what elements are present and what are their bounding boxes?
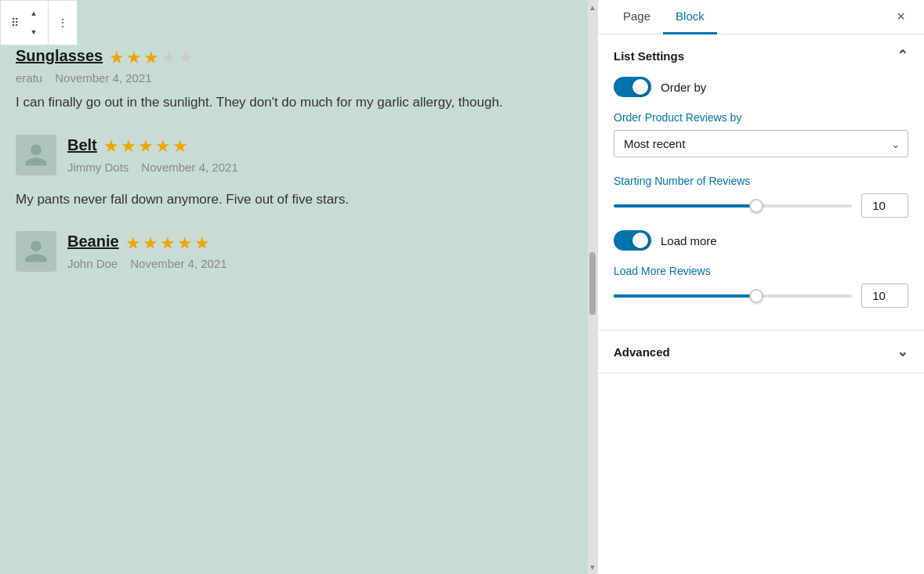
starting-number-input[interactable]: [861, 193, 908, 218]
star-5: ★: [178, 48, 194, 68]
avatar: [16, 231, 56, 272]
review-item: Beanie ★ ★ ★ ★ ★ John Doe November 4, 20…: [16, 231, 582, 272]
star-1: ★: [125, 233, 141, 254]
review-stars: ★ ★ ★ ★ ★: [103, 136, 188, 157]
block-toolbar[interactable]: ⠿ ▲ ▼ ⋮: [0, 0, 78, 45]
chevron-up-icon: ⌃: [897, 47, 908, 64]
toggle-thumb: [632, 233, 648, 248]
star-4: ★: [155, 136, 171, 157]
load-more-row: Load more: [614, 230, 908, 251]
order-by-row: Order by: [614, 77, 908, 97]
load-more-toggle[interactable]: [614, 230, 651, 251]
review-author: eratu: [16, 71, 42, 85]
advanced-header[interactable]: Advanced ⌄: [598, 330, 924, 373]
slider-thumb[interactable]: [749, 199, 763, 213]
starting-number-label: Starting Number of Reviews: [614, 175, 908, 187]
star-4: ★: [177, 233, 193, 254]
review-date: November 4, 2021: [130, 257, 226, 270]
down-arrow-icon[interactable]: ▼: [24, 23, 43, 42]
avatar-icon: [23, 142, 49, 168]
load-more-label: Load more: [661, 234, 717, 247]
move-arrows[interactable]: ▲ ▼: [24, 4, 43, 42]
settings-panel: Page Block × List Settings ⌃ Order by: [597, 0, 924, 574]
load-more-input[interactable]: [861, 283, 908, 308]
scrollbar-thumb[interactable]: [589, 252, 596, 315]
review-product-line: Sunglasses ★ ★ ★ ★ ★: [16, 47, 582, 68]
star-4: ★: [161, 48, 176, 68]
tab-block[interactable]: Block: [663, 0, 717, 34]
review-item: Belt ★ ★ ★ ★ ★ Jimmy Dots November 4, 20…: [16, 135, 582, 210]
order-by-toggle[interactable]: [614, 77, 651, 97]
advanced-section: Advanced ⌄: [598, 330, 924, 374]
slider-thumb[interactable]: [749, 289, 763, 303]
review-body: My pants never fall down anymore. Five o…: [16, 182, 582, 210]
star-2: ★: [126, 48, 142, 68]
review-item: Sunglasses ★ ★ ★ ★ ★ eratu November 4, 2…: [16, 47, 582, 113]
star-3: ★: [160, 233, 176, 254]
scroll-down-arrow[interactable]: ▼: [588, 560, 597, 574]
starting-number-slider-track[interactable]: [614, 204, 852, 208]
up-arrow-icon[interactable]: ▲: [24, 4, 43, 23]
review-body: I can finally go out in the sunlight. Th…: [16, 85, 582, 113]
star-2: ★: [121, 136, 136, 157]
slider-fill: [614, 294, 756, 298]
toggle-thumb: [632, 79, 648, 95]
review-product-name[interactable]: Sunglasses: [16, 47, 103, 65]
advanced-title: Advanced: [614, 345, 670, 359]
close-button[interactable]: ×: [890, 2, 911, 31]
review-meta: Belt ★ ★ ★ ★ ★ Jimmy Dots November 4, 20…: [67, 136, 238, 174]
load-more-reviews-label: Load More Reviews: [614, 265, 908, 277]
scrollbar[interactable]: ▲ ▼: [588, 0, 597, 574]
star-1: ★: [103, 136, 119, 157]
review-stars: ★ ★ ★ ★ ★: [109, 48, 194, 68]
load-more-slider-row: [614, 283, 908, 308]
section-title: List Settings: [614, 49, 684, 63]
tab-bar: Page Block ×: [598, 0, 924, 34]
drag-icon[interactable]: ⠿: [5, 13, 24, 32]
star-5: ★: [172, 136, 188, 157]
tab-page[interactable]: Page: [611, 0, 663, 34]
review-stars: ★ ★ ★ ★ ★: [125, 233, 210, 254]
order-select-wrapper: Most recent Highest rated Lowest rated ⌄: [614, 130, 908, 157]
starting-number-slider-row: [614, 193, 908, 218]
list-settings-section: List Settings ⌃ Order by Order Product R…: [598, 34, 924, 330]
review-product-name[interactable]: Belt: [67, 136, 97, 154]
load-more-slider-track[interactable]: [614, 294, 852, 298]
avatar-icon: [23, 238, 49, 265]
reviews-panel: ⠿ ▲ ▼ ⋮ Sunglasses ★ ★ ★ ★ ★: [0, 0, 597, 574]
review-author-date: John Doe November 4, 2021: [67, 257, 227, 270]
list-settings-body: Order by Order Product Reviews by Most r…: [598, 77, 924, 330]
chevron-down-icon: ⌄: [897, 343, 908, 360]
review-author: Jimmy Dots: [67, 161, 129, 174]
review-author-date: eratu November 4, 2021: [16, 71, 582, 85]
review-header: Belt ★ ★ ★ ★ ★ Jimmy Dots November 4, 20…: [16, 135, 582, 175]
review-meta: Beanie ★ ★ ★ ★ ★ John Doe November 4, 20…: [67, 233, 227, 270]
order-by-label: Order by: [661, 81, 706, 94]
star-5: ★: [194, 233, 210, 254]
review-product-name[interactable]: Beanie: [67, 233, 119, 251]
drag-handle-group[interactable]: ⠿ ▲ ▼: [1, 1, 49, 45]
toggle-track: [614, 230, 651, 251]
review-author: John Doe: [67, 257, 118, 270]
review-date: November 4, 2021: [55, 71, 151, 85]
list-settings-header[interactable]: List Settings ⌃: [598, 34, 924, 77]
reviews-content: Sunglasses ★ ★ ★ ★ ★ eratu November 4, 2…: [0, 47, 597, 309]
avatar: [16, 135, 56, 175]
review-author-date: Jimmy Dots November 4, 2021: [67, 161, 238, 174]
review-product-line: Beanie ★ ★ ★ ★ ★: [67, 233, 227, 254]
star-3: ★: [138, 136, 154, 157]
order-product-reviews-label: Order Product Reviews by: [614, 111, 908, 124]
scroll-up-arrow[interactable]: ▲: [588, 0, 597, 14]
star-2: ★: [143, 233, 158, 254]
star-3: ★: [143, 48, 159, 68]
review-date: November 4, 2021: [141, 161, 237, 174]
order-select[interactable]: Most recent Highest rated Lowest rated: [614, 130, 908, 157]
review-product-line: Belt ★ ★ ★ ★ ★: [67, 136, 238, 157]
more-options-group[interactable]: ⋮: [49, 10, 77, 35]
toggle-track: [614, 77, 651, 97]
star-1: ★: [109, 48, 125, 68]
slider-fill: [614, 204, 756, 208]
review-header: Beanie ★ ★ ★ ★ ★ John Doe November 4, 20…: [16, 231, 582, 272]
more-options-icon[interactable]: ⋮: [53, 13, 72, 32]
